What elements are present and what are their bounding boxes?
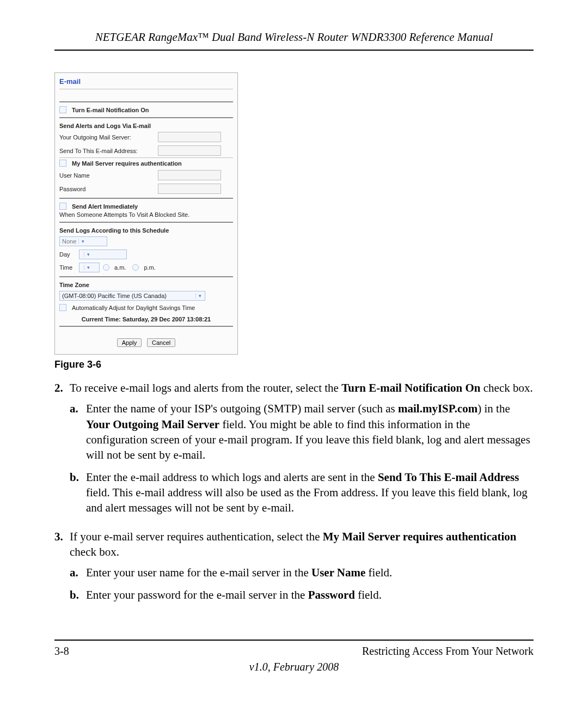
step-number: b. xyxy=(70,470,86,516)
text: If your e-mail server requires authentic… xyxy=(70,530,323,543)
pm-label: p.m. xyxy=(144,264,155,271)
notify-checkbox[interactable] xyxy=(59,106,66,113)
step-2b: b. Enter the e-mail address to which log… xyxy=(70,470,534,516)
auth-checkbox[interactable] xyxy=(59,160,66,167)
section-title: Restricting Access From Your Network xyxy=(362,645,534,658)
text-bold: Password xyxy=(308,588,355,601)
am-radio[interactable] xyxy=(103,264,109,271)
text-bold: Send To This E-mail Address xyxy=(378,471,519,484)
figure-caption: Figure 3-6 xyxy=(54,359,534,370)
step-number: b. xyxy=(70,587,86,602)
smtp-label: Your Outgoing Mail Server: xyxy=(59,134,155,141)
chevron-down-icon: ▾ xyxy=(78,239,87,244)
alert-checkbox[interactable] xyxy=(59,203,66,210)
text: Enter the name of your ISP's outgoing (S… xyxy=(86,402,398,415)
user-label: User Name xyxy=(59,172,155,179)
step-number: a. xyxy=(70,565,86,580)
chevron-down-icon: ▾ xyxy=(195,293,204,299)
text-bold: User Name xyxy=(311,566,365,579)
version: v1.0, February 2008 xyxy=(54,661,534,673)
page-number: 3-8 xyxy=(54,645,69,658)
step-3: 3. If your e-mail server requires authen… xyxy=(54,529,534,609)
chevron-down-icon: ▾ xyxy=(84,265,92,270)
tz-value: (GMT-08:00) Pacific Time (US Canada) xyxy=(62,293,167,299)
sendto-label: Send To This E-mail Address: xyxy=(59,148,155,154)
alert-label: Send Alert Immediately xyxy=(72,203,138,210)
notify-label: Turn E-mail Notification On xyxy=(72,107,149,113)
dst-checkbox[interactable] xyxy=(59,304,66,311)
day-label: Day xyxy=(59,251,76,258)
day-select[interactable]: ▾ xyxy=(79,249,127,259)
text: check box. xyxy=(70,545,119,558)
text: field. xyxy=(365,566,392,579)
schedule-value: None xyxy=(62,238,76,245)
text: field. xyxy=(355,588,382,601)
step-2a: a. Enter the name of your ISP's outgoing… xyxy=(70,401,534,462)
tz-header: Time Zone xyxy=(55,279,237,289)
text: field. This e-mail address will also be … xyxy=(86,486,528,514)
panel-title: E-mail xyxy=(55,73,237,89)
chevron-down-icon: ▾ xyxy=(84,252,92,257)
page-footer: 3-8 Restricting Access From Your Network… xyxy=(54,640,534,673)
text-bold: My Mail Server requires authentication xyxy=(323,530,517,543)
pass-label: Password xyxy=(59,186,155,192)
alert-sub: When Someone Attempts To Visit A Blocked… xyxy=(59,211,189,218)
pm-radio[interactable] xyxy=(132,264,139,271)
current-time: Current Time: Saturday, 29 Dec 2007 13:0… xyxy=(55,313,237,324)
user-input[interactable] xyxy=(158,170,221,180)
apply-button[interactable]: Apply xyxy=(117,338,142,347)
pass-input[interactable] xyxy=(158,184,221,194)
section-alerts: Send Alerts and Logs Via E-mail xyxy=(55,120,237,130)
step-number: a. xyxy=(70,401,86,462)
text: Enter your password for the e-mail serve… xyxy=(86,588,308,601)
text-bold: Your Outgoing Mail Server xyxy=(86,418,219,431)
time-select[interactable]: ▾ xyxy=(79,263,100,272)
text: ) in the xyxy=(477,402,510,415)
text: To receive e-mail logs and alerts from t… xyxy=(70,381,341,394)
schedule-select[interactable]: None ▾ xyxy=(59,236,107,246)
step-number: 3. xyxy=(54,529,70,609)
dst-label: Automatically Adjust for Daylight Saving… xyxy=(72,305,195,311)
text-bold: Turn E-mail Notification On xyxy=(341,381,480,394)
page-header: NETGEAR RangeMax™ Dual Band Wireless-N R… xyxy=(54,31,534,51)
step-3b: b. Enter your password for the e-mail se… xyxy=(70,587,534,602)
text-bold: mail.myISP.com xyxy=(398,402,477,415)
am-label: a.m. xyxy=(114,264,126,271)
sched-header: Send Logs According to this Schedule xyxy=(55,225,237,235)
cancel-button[interactable]: Cancel xyxy=(147,338,175,347)
smtp-input[interactable] xyxy=(158,132,221,142)
sendto-input[interactable] xyxy=(158,145,221,156)
tz-select[interactable]: (GMT-08:00) Pacific Time (US Canada) ▾ xyxy=(59,291,205,301)
email-settings-screenshot: E-mail Turn E-mail Notification On Send … xyxy=(54,72,238,355)
step-3a: a. Enter your user name for the e-mail s… xyxy=(70,565,534,580)
text: check box. xyxy=(481,381,533,394)
text: Enter your user name for the e-mail serv… xyxy=(86,566,311,579)
step-2: 2. To receive e-mail logs and alerts fro… xyxy=(54,380,534,522)
text: Enter the e-mail address to which logs a… xyxy=(86,471,378,484)
auth-label: My Mail Server requires authentication xyxy=(72,160,182,167)
time-label: Time xyxy=(59,264,76,271)
step-number: 2. xyxy=(54,380,70,522)
